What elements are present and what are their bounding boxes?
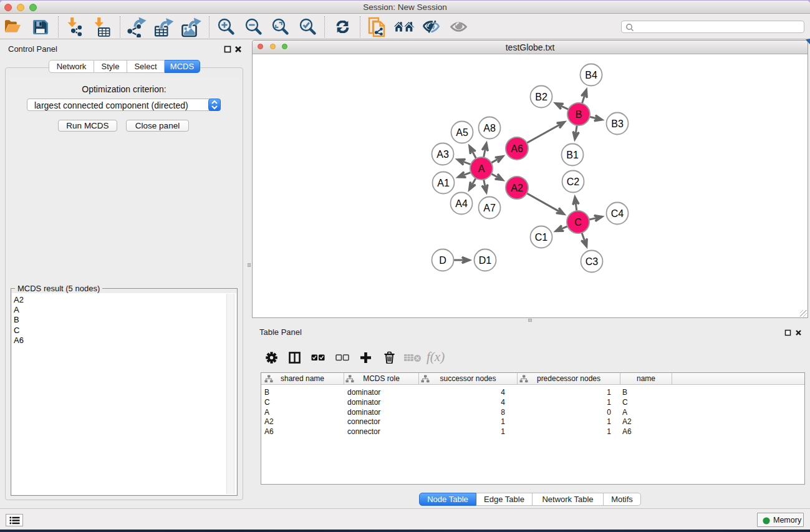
- svg-text:C: C: [574, 217, 582, 228]
- svg-text:C1: C1: [535, 232, 548, 243]
- svg-text:B: B: [576, 109, 582, 120]
- svg-text:B4: B4: [585, 70, 597, 80]
- svg-text:A8: A8: [483, 123, 496, 133]
- svg-text:A4: A4: [455, 198, 468, 209]
- svg-text:A3: A3: [436, 149, 449, 160]
- svg-text:A1: A1: [437, 178, 450, 188]
- svg-text:D1: D1: [479, 255, 492, 266]
- svg-text:A6: A6: [511, 143, 523, 154]
- svg-text:A: A: [478, 163, 485, 174]
- svg-text:B3: B3: [611, 118, 624, 129]
- svg-text:D: D: [439, 255, 446, 266]
- svg-text:C4: C4: [611, 208, 624, 219]
- svg-text:C3: C3: [586, 256, 599, 267]
- svg-text:A2: A2: [511, 183, 523, 193]
- svg-text:A7: A7: [483, 203, 496, 213]
- svg-text:B2: B2: [535, 92, 547, 102]
- svg-text:C2: C2: [567, 177, 580, 187]
- svg-text:A5: A5: [456, 127, 468, 138]
- svg-text:B1: B1: [566, 150, 579, 160]
